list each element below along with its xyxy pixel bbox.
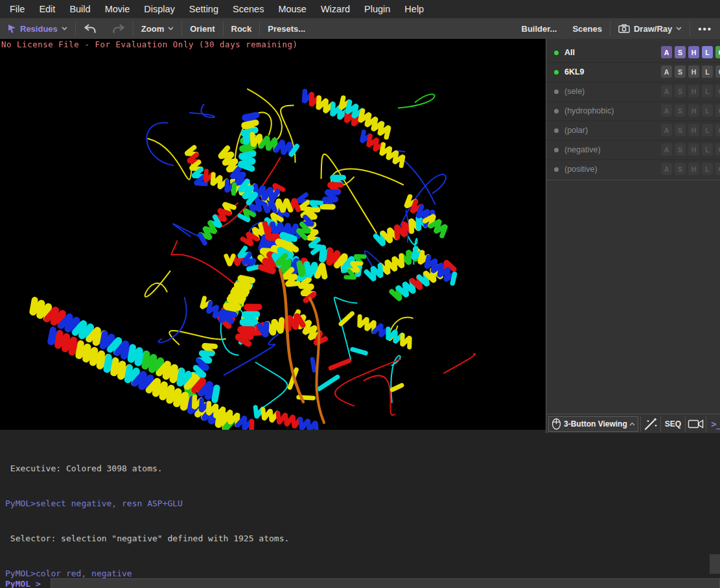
menu-display[interactable]: Display xyxy=(137,0,182,18)
action-button-a[interactable]: A xyxy=(661,46,672,58)
label-button-l[interactable]: L xyxy=(702,46,713,58)
undo-button[interactable] xyxy=(76,18,104,39)
command-prompt-row: PyMOL > xyxy=(0,578,720,588)
chevron-down-icon xyxy=(62,27,67,30)
viewport-3d[interactable]: No License File - For Evaluation Only (3… xyxy=(0,39,546,430)
more-options-button[interactable]: ••• xyxy=(690,18,720,39)
menu-plugin[interactable]: Plugin xyxy=(357,0,397,18)
show-button-s[interactable]: S xyxy=(675,85,686,97)
action-button-a[interactable]: A xyxy=(661,124,672,136)
show-button-s[interactable]: S xyxy=(675,46,686,58)
action-button-a[interactable]: A xyxy=(661,143,672,156)
label-button-l[interactable]: L xyxy=(702,163,713,175)
show-button-s[interactable]: S xyxy=(675,104,686,117)
action-button-a[interactable]: A xyxy=(661,85,672,97)
action-button-a[interactable]: A xyxy=(661,104,672,117)
label-button-l[interactable]: L xyxy=(702,85,713,97)
object-row-sele[interactable]: (sele) A S H L C xyxy=(546,82,720,102)
show-button-s[interactable]: S xyxy=(675,163,686,175)
menu-edit[interactable]: Edit xyxy=(32,0,62,18)
draw-ray-button[interactable]: Draw/Ray xyxy=(610,18,690,39)
action-button-a[interactable]: A xyxy=(661,163,672,175)
scenes-panel-label: Scenes xyxy=(572,24,602,34)
hide-button-h[interactable]: H xyxy=(688,104,699,117)
rock-label: Rock xyxy=(231,24,252,34)
terminal-toggle-icon[interactable]: >_ xyxy=(708,419,720,429)
movie-camera-icon[interactable] xyxy=(688,418,704,430)
label-button-l[interactable]: L xyxy=(702,124,713,136)
toolbar: Residues Zoom Orient xyxy=(0,18,720,39)
console-scrollbar-thumb[interactable] xyxy=(710,554,720,574)
hide-button-h[interactable]: H xyxy=(688,124,699,136)
hide-button-h[interactable]: H xyxy=(688,143,699,156)
object-row-all[interactable]: All A S H L C xyxy=(546,43,720,63)
menu-scenes[interactable]: Scenes xyxy=(226,0,271,18)
enabled-dot-icon xyxy=(554,51,559,55)
show-button-s[interactable]: S xyxy=(675,143,686,156)
color-button-c[interactable]: C xyxy=(715,46,720,58)
wizard-wand-icon[interactable] xyxy=(643,417,658,431)
mouse-mode-button[interactable]: 3-Button Viewing xyxy=(548,416,638,432)
menu-wizard[interactable]: Wizard xyxy=(314,0,357,18)
redo-button[interactable] xyxy=(104,18,133,39)
builder-button[interactable]: Builder... xyxy=(514,18,565,39)
chevron-down-icon xyxy=(676,27,682,30)
presets-button[interactable]: Presets... xyxy=(260,18,313,39)
hide-button-h[interactable]: H xyxy=(688,46,699,58)
action-button-a[interactable]: A xyxy=(661,65,672,78)
residues-mode-button[interactable]: Residues xyxy=(0,18,75,39)
orient-label: Orient xyxy=(190,24,215,34)
enabled-dot-icon xyxy=(554,70,559,75)
object-row-negative[interactable]: (negative) A S H L C xyxy=(546,140,720,160)
pymol-window: File Edit Build Movie Display Setting Sc… xyxy=(0,0,720,588)
label-button-l[interactable]: L xyxy=(702,65,713,78)
hide-button-h[interactable]: H xyxy=(688,163,699,175)
color-button-c[interactable]: C xyxy=(715,163,720,175)
command-input[interactable] xyxy=(51,578,720,588)
menu-help[interactable]: Help xyxy=(397,0,431,18)
console-log: Executive: Colored 3098 atoms. PyMOL>sel… xyxy=(5,440,289,588)
object-row-hydrophobic[interactable]: (hydrophobic) A S H L C xyxy=(546,101,720,121)
label-button-l[interactable]: L xyxy=(702,104,713,117)
menu-movie[interactable]: Movie xyxy=(98,0,137,18)
disabled-dot-icon xyxy=(554,89,559,94)
hide-button-h[interactable]: H xyxy=(688,65,699,78)
object-label: (sele) xyxy=(564,82,585,101)
color-button-c[interactable]: C xyxy=(715,104,720,117)
show-button-s[interactable]: S xyxy=(675,65,686,78)
scenes-button[interactable]: Scenes xyxy=(564,18,610,39)
mouse-icon xyxy=(552,418,561,430)
object-panel-empty-area xyxy=(546,180,720,414)
menu-setting[interactable]: Setting xyxy=(182,0,226,18)
builder-label: Builder... xyxy=(522,24,557,34)
disabled-dot-icon xyxy=(554,167,559,172)
protein-structure[interactable] xyxy=(0,39,546,430)
hide-button-h[interactable]: H xyxy=(688,85,699,97)
console-line: PyMOL>select negative, resn ASP+GLU xyxy=(5,498,289,510)
rock-button[interactable]: Rock xyxy=(224,18,260,39)
menu-file[interactable]: File xyxy=(3,0,32,18)
label-button-l[interactable]: L xyxy=(702,143,713,156)
orient-button[interactable]: Orient xyxy=(182,18,222,39)
color-button-c[interactable]: C xyxy=(715,143,720,156)
zoom-button[interactable]: Zoom xyxy=(134,18,181,39)
draw-ray-label: Draw/Ray xyxy=(634,24,672,34)
color-button-c[interactable]: C xyxy=(715,65,720,78)
mouse-bar-separator xyxy=(640,416,641,432)
menu-build[interactable]: Build xyxy=(62,0,97,18)
menu-bar: File Edit Build Movie Display Setting Sc… xyxy=(0,0,720,18)
menu-mouse[interactable]: Mouse xyxy=(271,0,314,18)
object-label: (polar) xyxy=(564,121,588,140)
presets-label: Presets... xyxy=(268,24,305,34)
object-row-6kl9[interactable]: 6KL9 A S H L C xyxy=(546,62,720,82)
disabled-dot-icon xyxy=(554,128,559,133)
license-banner: No License File - For Evaluation Only (3… xyxy=(1,40,297,49)
object-row-positive[interactable]: (positive) A S H L C xyxy=(546,159,720,180)
show-button-s[interactable]: S xyxy=(675,124,686,136)
camera-icon xyxy=(618,24,630,33)
seq-toggle-button[interactable]: SEQ xyxy=(663,419,683,429)
zoom-label: Zoom xyxy=(141,24,164,34)
object-row-polar[interactable]: (polar) A S H L C xyxy=(546,121,720,141)
color-button-c[interactable]: C xyxy=(715,85,720,97)
color-button-c[interactable]: C xyxy=(715,124,720,136)
